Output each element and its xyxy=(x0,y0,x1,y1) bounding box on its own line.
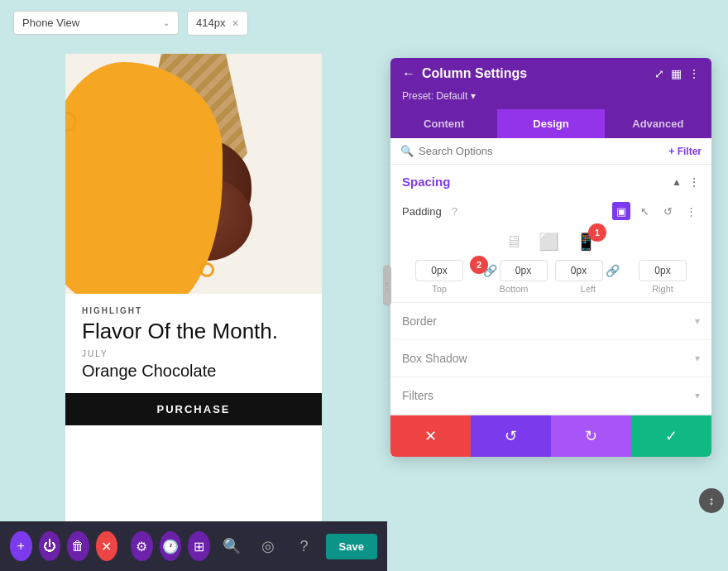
columns-icon[interactable]: ▦ xyxy=(671,67,682,80)
preview-toolbar: + ⏻ 🗑 ✕ ⚙ 🕐 ⊞ 🔍 ◎ ? Save xyxy=(0,521,387,571)
preset-row: Preset: Default xyxy=(402,88,700,109)
panel-header: ← Column Settings ⤢ ▦ ⋮ Preset: Default xyxy=(390,58,711,109)
right-padding-input[interactable] xyxy=(639,260,687,281)
cancel-action-button[interactable]: ✕ xyxy=(390,415,471,457)
px-badge: 414px × xyxy=(187,11,248,36)
history-button[interactable]: 🕐 xyxy=(160,531,182,561)
filter-button[interactable]: + Filter xyxy=(668,146,702,157)
layout-icon: ⊞ xyxy=(194,539,204,554)
power-icon: ⏻ xyxy=(43,539,56,554)
padding-more-icon[interactable]: ⋮ xyxy=(682,202,700,220)
orange-blob xyxy=(65,62,223,294)
padding-box-icon[interactable]: ▣ xyxy=(612,202,630,220)
padding-reset-icon[interactable]: ↺ xyxy=(659,202,677,220)
right-icons: 🔍 ◎ ? Save xyxy=(217,531,377,561)
reset-action-button[interactable]: ↺ xyxy=(471,415,551,457)
border-title: Border xyxy=(402,314,437,328)
padding-label: Padding xyxy=(402,205,442,218)
orange-dot-1 xyxy=(65,112,77,132)
flavor-title: Flavor Of the Month. xyxy=(82,319,305,344)
preset-label[interactable]: Preset: Default xyxy=(402,90,476,102)
divider-handle[interactable]: ⋮ xyxy=(383,265,391,306)
padding-cursor-icon[interactable]: ↖ xyxy=(635,202,654,220)
bottom-padding-input[interactable] xyxy=(500,260,548,281)
search-input[interactable] xyxy=(419,145,663,157)
settings-button[interactable]: ⚙ xyxy=(131,531,153,561)
save-action-button[interactable]: ✓ xyxy=(631,415,711,457)
bottom-label: Bottom xyxy=(500,284,529,294)
search-icon: 🔍 xyxy=(223,537,241,555)
px-value: 414px xyxy=(196,17,225,29)
highlight-label: HIGHLIGHT xyxy=(82,306,305,315)
filters-title: Filters xyxy=(402,389,433,402)
tab-design[interactable]: Design xyxy=(497,109,604,138)
reset-icon: ↺ xyxy=(505,427,517,445)
left-padding-input[interactable] xyxy=(555,260,603,281)
top-bar: Phone View ⌄ 414px × xyxy=(0,0,728,46)
phone-view-select[interactable]: Phone View ⌄ xyxy=(13,11,179,35)
desktop-icon[interactable]: 🖥 xyxy=(505,233,522,252)
right-input-group: Right xyxy=(625,260,700,294)
layout-button[interactable]: ⊞ xyxy=(188,531,210,561)
ice-cream-image xyxy=(65,54,322,294)
step-badge-1: 1 xyxy=(588,223,606,242)
border-chevron-icon: ▾ xyxy=(695,315,700,327)
panel-action-bar: ✕ ↺ ↻ ✓ xyxy=(390,415,711,457)
clock-icon: 🕐 xyxy=(162,539,179,554)
flavor-name-bold: Orange xyxy=(82,362,137,380)
close-button[interactable]: ✕ xyxy=(96,531,118,561)
filters-section[interactable]: Filters ▾ xyxy=(390,377,711,415)
spacing-section: Spacing ▲ ⋮ Padding ? ▣ ↖ ↺ ⋮ 🖥 ⬜ 📱 1 xyxy=(390,165,711,303)
expand-icon[interactable]: ⤢ xyxy=(654,67,664,80)
divider-lines: ⋮ xyxy=(383,281,391,290)
section-more-icon[interactable]: ⋮ xyxy=(688,175,700,189)
top-padding-input[interactable] xyxy=(415,260,463,281)
inputs-row: Top 🔗 Bottom 2 🔗 Left xyxy=(390,257,711,302)
link-chain-right[interactable]: 🔗 xyxy=(603,264,622,277)
box-shadow-title: Box Shadow xyxy=(402,352,467,365)
phone-content: HIGHLIGHT Flavor Of the Month. JULY Oran… xyxy=(65,294,322,393)
mobile-icon[interactable]: 📱 1 xyxy=(576,232,596,252)
search-icon-btn[interactable]: 🔍 xyxy=(217,531,247,561)
scroll-indicator[interactable]: ↕ xyxy=(699,488,724,513)
panel-title-icons: ⤢ ▦ ⋮ xyxy=(654,67,700,80)
tablet-icon[interactable]: ⬜ xyxy=(539,232,559,252)
tab-content[interactable]: Content xyxy=(390,109,497,138)
save-button[interactable]: Save xyxy=(326,534,377,559)
panel-title-row: ← Column Settings ⤢ ▦ ⋮ xyxy=(402,66,700,81)
box-shadow-section[interactable]: Box Shadow ▾ xyxy=(390,340,711,377)
box-shadow-chevron-icon: ▾ xyxy=(695,353,700,364)
spacing-header[interactable]: Spacing ▲ ⋮ xyxy=(390,165,711,199)
right-label: Right xyxy=(652,284,673,294)
step-badge-2: 2 xyxy=(470,256,488,274)
padding-help-icon[interactable]: ? xyxy=(452,205,457,218)
bottom-input-with-link: 🔗 xyxy=(481,260,548,281)
phone-frame: HIGHLIGHT Flavor Of the Month. JULY Oran… xyxy=(65,54,322,521)
tab-advanced[interactable]: Advanced xyxy=(605,109,711,138)
trash-icon: 🗑 xyxy=(71,539,84,554)
close-x-icon: ✕ xyxy=(101,539,112,554)
month-label: JULY xyxy=(82,349,305,358)
device-row: 🖥 ⬜ 📱 1 xyxy=(390,227,711,257)
left-input-group: 🔗 Left xyxy=(551,260,625,294)
power-button[interactable]: ⏻ xyxy=(39,531,61,561)
help-icon-btn[interactable]: ? xyxy=(290,531,319,561)
section-actions: ▲ ⋮ xyxy=(672,175,700,189)
redo-action-button[interactable]: ↻ xyxy=(551,415,631,457)
panel-title-left: ← Column Settings xyxy=(402,66,527,81)
back-arrow-icon[interactable]: ← xyxy=(402,66,415,81)
layers-icon-btn[interactable]: ◎ xyxy=(253,531,283,561)
chevron-down-icon: ⌄ xyxy=(163,18,170,27)
add-button[interactable]: + xyxy=(10,531,32,561)
padding-icons: ▣ ↖ ↺ ⋮ xyxy=(612,202,700,220)
help-icon: ? xyxy=(300,538,309,555)
close-icon[interactable]: × xyxy=(232,17,238,30)
collapse-up-icon[interactable]: ▲ xyxy=(672,176,682,188)
trash-button[interactable]: 🗑 xyxy=(67,531,89,561)
purchase-label: PURCHASE xyxy=(157,403,231,415)
scroll-icon: ↕ xyxy=(709,494,715,507)
border-section[interactable]: Border ▾ xyxy=(390,303,711,340)
purchase-bar[interactable]: PURCHASE xyxy=(65,393,322,425)
gear-icon: ⚙ xyxy=(136,539,147,554)
more-options-icon[interactable]: ⋮ xyxy=(688,67,700,80)
